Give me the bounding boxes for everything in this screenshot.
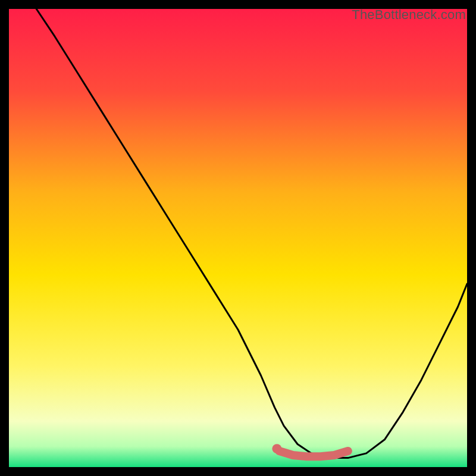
bottleneck-curve bbox=[36, 9, 467, 458]
watermark-text: TheBottleneck.com bbox=[352, 7, 466, 23]
recommended-range-band bbox=[279, 451, 348, 456]
chart-frame: TheBottleneck.com bbox=[9, 9, 467, 467]
chart-plot bbox=[9, 9, 467, 467]
recommended-point-marker bbox=[272, 444, 281, 453]
